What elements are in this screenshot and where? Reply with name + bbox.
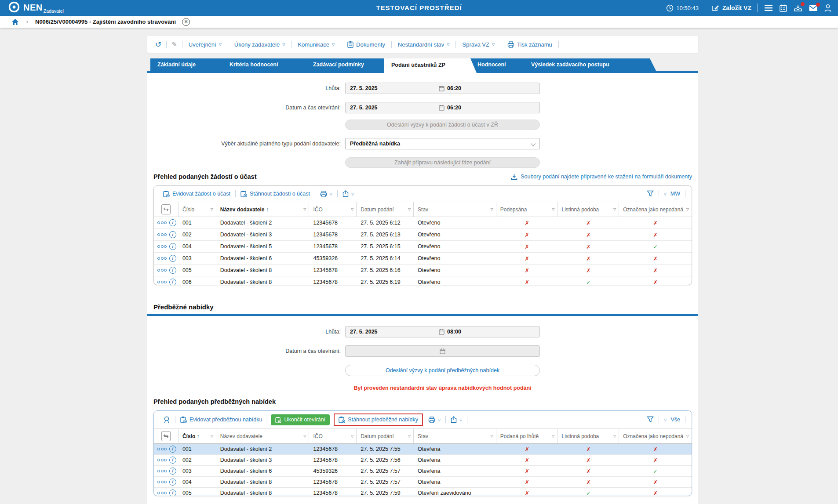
table-row[interactable]: i003Dodavatel - školení 64535932627. 5. … [154, 253, 692, 265]
menu-sprava-vz[interactable]: Správa VZ▽ [457, 41, 499, 48]
info-icon[interactable]: i [169, 243, 176, 250]
seal-icon[interactable] [159, 416, 174, 424]
pencil-icon[interactable]: ✎ [168, 40, 181, 48]
row-menu-icon[interactable] [157, 245, 167, 248]
lhuta2-datetime-input[interactable]: 27. 5. 2025 08:00 [345, 326, 540, 337]
table-print-button[interactable]: ▽ [424, 417, 445, 423]
table-row[interactable]: i003Dodavatel - školení 64535932627. 5. … [154, 466, 692, 477]
menu-ukony-zadavatele[interactable]: Úkony zadavatele▽ [230, 41, 290, 48]
send-request-button[interactable]: Odeslání výzvy k podání žádosti o účast … [345, 120, 540, 130]
filter-arrow-icon[interactable]: ▽ [351, 207, 353, 211]
column-header-cislo[interactable]: Číslo ↑▽ [179, 429, 216, 443]
column-header-datum-podani[interactable]: Datum podání▽ [357, 202, 414, 217]
filter-view-label[interactable]: MW [670, 191, 680, 197]
chevron-down-icon[interactable]: ▽ [664, 192, 667, 196]
tab-hodnoceni[interactable]: Hodnocení [470, 58, 530, 71]
menu-uverejneni[interactable]: Uveřejnění▽ [184, 41, 226, 48]
table-row[interactable]: i002Dodavatel - školení 31234567827. 5. … [154, 229, 692, 241]
columns-config-cell[interactable] [154, 429, 179, 443]
filter-arrow-icon[interactable]: ▽ [552, 207, 554, 211]
table-row[interactable]: i001Dodavatel - školení 21234567827. 5. … [154, 444, 692, 455]
column-header-cislo[interactable]: Číslo▽ [179, 202, 216, 217]
row-menu-icon[interactable] [157, 221, 167, 224]
column-header-nazev-dodavatele[interactable]: Název dodavatele▽ [216, 429, 310, 443]
filter-arrow-icon[interactable]: ▽ [686, 434, 689, 438]
columns-config-icon[interactable] [161, 204, 171, 214]
files-download-link[interactable]: Soubory podání najdete připravené ke sta… [511, 174, 692, 180]
row-menu-icon[interactable] [157, 459, 167, 461]
print-record-button[interactable]: Tisk záznamu [503, 41, 557, 48]
home-icon[interactable] [11, 18, 19, 25]
filter-arrow-icon[interactable]: ▽ [491, 434, 493, 438]
tab-vysledek-zadavaciho-postupu[interactable]: Výsledek zadávacího postupu [524, 58, 656, 71]
filter-arrow-icon[interactable]: ▽ [686, 207, 689, 211]
filter-arrow-icon[interactable]: ▽ [303, 434, 306, 438]
row-menu-icon[interactable] [157, 257, 167, 260]
table-row[interactable]: i006Dodavatel - školení 81234567827. 5. … [154, 276, 692, 285]
mail-icon[interactable] [809, 4, 818, 12]
column-header-ico[interactable]: IČO▽ [309, 202, 357, 217]
tab-zakladni-udaje[interactable]: Základní údaje [150, 58, 229, 71]
row-menu-icon[interactable] [157, 448, 167, 450]
filter-arrow-icon[interactable]: ▽ [613, 434, 616, 438]
row-menu-icon[interactable] [157, 281, 167, 283]
filter-arrow-icon[interactable]: ▽ [303, 207, 306, 211]
row-menu-icon[interactable] [157, 481, 167, 483]
tab-podani-ucastniku-zp[interactable]: Podání účastníků ZP [384, 58, 477, 73]
info-icon[interactable]: i [169, 279, 176, 285]
opening-datetime-input[interactable]: 27. 5. 2025 06:20 [345, 102, 540, 113]
column-header-oznacena-jako-nepodana[interactable]: Označena jako nepodaná▽ [619, 429, 692, 443]
evidovat-nabidku-button[interactable]: Evidovat předběžnou nabídku [176, 416, 266, 423]
columns-config-cell[interactable] [154, 202, 179, 217]
table-row[interactable]: i001Dodavatel - školení 21234567827. 5. … [154, 217, 692, 229]
columns-config-icon[interactable] [161, 431, 171, 441]
calendar-icon[interactable] [779, 4, 787, 12]
table-export-button[interactable]: ▽ [447, 416, 466, 423]
info-icon[interactable]: i [169, 489, 176, 496]
filter-arrow-icon[interactable]: ▽ [211, 434, 213, 438]
opening2-datetime-input[interactable] [345, 345, 540, 357]
column-header-nazev-dodavatele[interactable]: Název dodavatele ↑▽ [216, 202, 310, 217]
info-icon[interactable]: i [169, 446, 176, 453]
info-icon[interactable]: i [169, 468, 176, 475]
row-menu-icon[interactable] [157, 492, 167, 494]
submission-type-select[interactable]: Předběžná nabídka [345, 138, 540, 149]
table-row[interactable]: i005Dodavatel - školení 81234567827. 5. … [154, 488, 692, 496]
filter-arrow-icon[interactable]: ▽ [613, 207, 616, 211]
menu-dokumenty[interactable]: Dokumenty [342, 41, 390, 48]
filter-arrow-icon[interactable]: ▽ [408, 434, 411, 438]
evidovat-zadost-button[interactable]: Evidovat žádost o účast [159, 190, 234, 197]
table-row[interactable]: i004Dodavatel - školení 81234567827. 5. … [154, 477, 692, 488]
info-icon[interactable]: i [169, 255, 176, 262]
tab-kriteria-hodnoceni[interactable]: Kritéria hodnocení [222, 58, 312, 71]
filter-arrow-icon[interactable]: ▽ [552, 434, 554, 438]
info-icon[interactable]: i [169, 231, 176, 238]
nen-logo[interactable]: NEN Zadavatel [8, 1, 64, 14]
column-header-podana-po-lhute[interactable]: Podaná po lhůtě▽ [496, 429, 558, 443]
chevron-down-icon[interactable]: ▽ [664, 418, 667, 422]
create-vz-button[interactable]: Založit VZ [711, 4, 751, 12]
close-icon[interactable]: ✕ [182, 18, 190, 26]
column-header-stav[interactable]: Stav▽ [414, 202, 496, 217]
row-menu-icon[interactable] [157, 470, 167, 472]
column-header-stav[interactable]: Stav▽ [414, 429, 496, 443]
menu-nestandardni-stav[interactable]: Nestandardní stav▽ [393, 41, 455, 48]
ukoncit-oteviani-button[interactable]: Ukončit otevírání [271, 414, 330, 425]
tab-zadavaci-podminky[interactable]: Zadávací podmínky [306, 58, 390, 71]
column-header-oznacena-jako-nepodana[interactable]: Označena jako nepodaná▽ [619, 202, 692, 217]
filter-arrow-icon[interactable]: ▽ [408, 207, 411, 211]
column-header-podepsana[interactable]: Podepsána▽ [496, 202, 558, 217]
menu-icon[interactable] [764, 4, 773, 11]
filter-view-label[interactable]: Vše [670, 417, 680, 423]
row-menu-icon[interactable] [157, 269, 167, 272]
send-preliminary-call-button[interactable]: Odeslání výzvy k podání předběžných nabí… [345, 365, 540, 376]
menu-komunikace[interactable]: Komunikace▽ [293, 41, 339, 48]
filter-icon[interactable] [647, 416, 654, 423]
info-icon[interactable]: i [169, 457, 176, 464]
undo-icon[interactable]: ↺ [152, 40, 165, 49]
row-menu-icon[interactable] [157, 233, 167, 236]
stahnout-nabidky-button[interactable]: Stáhnout předběžné nabídky [338, 416, 419, 423]
lhuta-datetime-input[interactable]: 27. 5. 2025 06:20 [345, 83, 540, 94]
column-header-listinna-podoba[interactable]: Listinná podoba▽ [558, 429, 619, 443]
info-icon[interactable]: i [169, 479, 176, 486]
